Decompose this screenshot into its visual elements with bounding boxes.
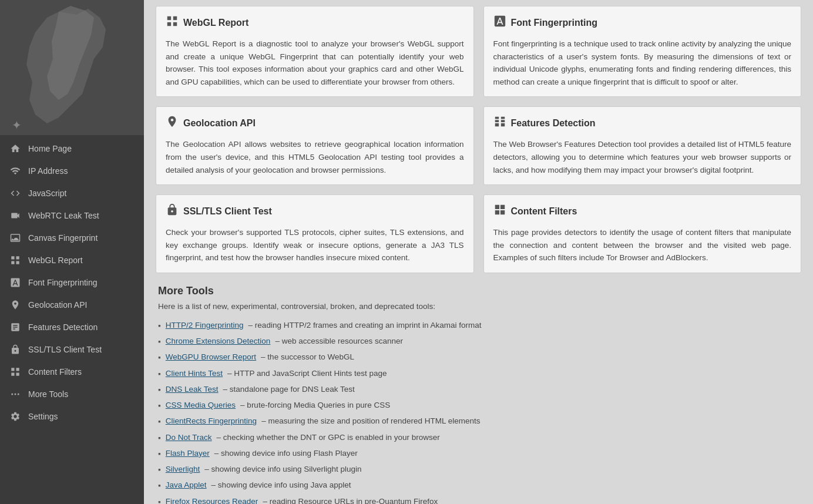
font-card-title: Font Fingerprinting [511, 18, 598, 28]
sidebar-item-settings[interactable]: Settings [0, 405, 144, 428]
lock-icon [9, 344, 21, 355]
more-tools-list-item: Firefox Resources Reader – reading Resou… [158, 494, 799, 504]
more-tools-item-desc: – the successor to WebGL [261, 351, 354, 363]
more-tools-list-item: CSS Media Queries – brute-forcing Media … [158, 398, 799, 414]
sidebar-item-canvas[interactable]: Canvas Fingerprint [0, 227, 144, 249]
sidebar-item-content-label: Content Filters [28, 367, 82, 377]
webgl-card: WebGL Report The WebGL Report is a diagn… [156, 6, 474, 97]
more-tools-link[interactable]: Java Applet [166, 479, 207, 491]
font-card-text: Font fingerprinting is a technique used … [493, 38, 792, 88]
more-tools-item-desc: – reading HTTP/2 frames and creating an … [248, 320, 482, 331]
sidebar-item-js[interactable]: JavaScript [0, 182, 144, 204]
sidebar-item-webrtc[interactable]: WebRTC Leak Test [0, 204, 144, 227]
sidebar-item-ssl-label: SSL/TLS Client Test [28, 345, 102, 354]
more-tools-section: More Tools Here is a list of new, experi… [156, 285, 801, 504]
code-icon [9, 187, 21, 199]
more-tools-desc: Here is a list of new, experimental, con… [158, 302, 799, 311]
sidebar-item-home-label: Home Page [28, 144, 72, 153]
ssl-card-header: SSL/TLS Client Test [166, 203, 464, 219]
more-tools-list-item: Client Hints Test – HTTP and JavaScript … [158, 366, 799, 382]
sidebar-item-webrtc-label: WebRTC Leak Test [28, 211, 99, 220]
more-tools-list-item: Do Not Track – checking whether the DNT … [158, 430, 799, 446]
webgl-card-icon [166, 15, 179, 31]
more-tools-item-desc: – showing device info using Flash Player [214, 448, 358, 459]
font-icon [9, 277, 21, 288]
sidebar-item-ip[interactable]: IP Address [0, 160, 144, 182]
main-content: WebGL Report The WebGL Report is a diagn… [144, 0, 813, 504]
more-tools-item-desc: – reading Resource URLs in pre-Quantum F… [263, 496, 438, 504]
sidebar-item-font[interactable]: Font Fingerprinting [0, 271, 144, 294]
sidebar-item-canvas-label: Canvas Fingerprint [28, 233, 98, 243]
sidebar-navigation: Home Page IP Address JavaScript WebRTC L… [0, 135, 144, 430]
sidebar-item-webgl[interactable]: WebGL Report [0, 249, 144, 271]
sidebar-item-geo-label: Geolocation API [28, 300, 87, 310]
more-tools-list-item: DNS Leak Test – standalone page for DNS … [158, 382, 799, 398]
sidebar-item-home[interactable]: Home Page [0, 137, 144, 160]
geo-card-text: The Geolocation API allows websites to r… [166, 138, 464, 176]
sidebar-item-settings-label: Settings [28, 412, 58, 421]
camera-icon [9, 210, 21, 221]
font-card: Font Fingerprinting Font fingerprinting … [483, 6, 802, 97]
more-tools-list-item: Silverlight – showing device info using … [158, 462, 799, 478]
more-tools-item-desc: – web accessible resources scanner [275, 335, 403, 347]
svg-point-6 [11, 394, 13, 395]
svg-point-8 [18, 394, 19, 395]
more-tools-item-desc: – measuring the size and position of ren… [261, 415, 480, 427]
svg-rect-4 [11, 261, 14, 264]
more-tools-link[interactable]: Silverlight [166, 463, 200, 475]
more-tools-link[interactable]: HTTP/2 Fingerprinting [166, 320, 244, 331]
sidebar-item-geolocation[interactable]: Geolocation API [0, 294, 144, 316]
grid-icon [9, 366, 21, 378]
more-tools-item-desc: – standalone page for DNS Leak Test [223, 384, 355, 395]
more-tools-item-desc: – HTTP and JavaScript Client Hints test … [227, 368, 387, 379]
sidebar-item-features-label: Features Detection [28, 322, 98, 332]
sidebar-item-js-label: JavaScript [28, 189, 66, 198]
svg-rect-11 [167, 22, 171, 26]
content-card-icon [493, 203, 506, 219]
content-card-text: This page provides detectors to identify… [493, 226, 792, 264]
more-tools-item-desc: – checking whether the DNT or GPC is ena… [217, 432, 440, 443]
more-tools-link[interactable]: Firefox Resources Reader [166, 496, 258, 504]
ssl-card-icon [166, 203, 179, 219]
more-tools-item-desc: – showing device info using Java applet [211, 479, 351, 491]
more-tools-item-desc: – showing device info using Silverlight … [204, 463, 361, 475]
cards-grid: WebGL Report The WebGL Report is a diagn… [156, 6, 801, 273]
more-tools-link[interactable]: Client Hints Test [166, 368, 223, 379]
sidebar-map: ✦ [0, 0, 144, 135]
more-tools-item-desc: – brute-forcing Media Queries in pure CS… [240, 399, 390, 411]
sidebar-item-content[interactable]: Content Filters [0, 361, 144, 383]
more-tools-list-item: HTTP/2 Fingerprinting – reading HTTP/2 f… [158, 318, 799, 334]
sidebar-item-ssl[interactable]: SSL/TLS Client Test [0, 338, 144, 361]
more-icon [9, 388, 21, 400]
svg-rect-5 [16, 261, 19, 264]
more-tools-link[interactable]: Do Not Track [166, 432, 212, 443]
more-tools-list-item: Flash Player – showing device info using… [158, 446, 799, 462]
features-icon [9, 321, 21, 333]
more-tools-link[interactable]: ClientRects Fingerprinting [166, 415, 257, 427]
content-card-header: Content Filters [493, 203, 792, 219]
svg-rect-10 [173, 16, 177, 20]
sidebar: ✦ Home Page IP Address JavaScript [0, 0, 144, 504]
more-tools-link[interactable]: Chrome Extensions Detection [166, 335, 271, 347]
more-tools-list: HTTP/2 Fingerprinting – reading HTTP/2 f… [158, 318, 799, 504]
svg-text:✦: ✦ [12, 119, 22, 132]
features-card-icon [493, 115, 506, 131]
sidebar-item-features[interactable]: Features Detection [0, 316, 144, 338]
features-card-title: Features Detection [511, 118, 596, 129]
more-tools-link[interactable]: DNS Leak Test [166, 384, 219, 395]
font-card-icon [493, 15, 506, 31]
features-card-text: The Web Browser's Features Detection too… [493, 138, 792, 176]
image-icon [9, 232, 21, 244]
webgl-card-header: WebGL Report [166, 15, 464, 31]
webgl-card-text: The WebGL Report is a diagnostic tool to… [166, 38, 464, 88]
content-card-title: Content Filters [511, 206, 577, 217]
more-tools-link[interactable]: WebGPU Browser Report [166, 351, 256, 363]
sidebar-item-more[interactable]: More Tools [0, 383, 144, 405]
geo-card-icon [166, 115, 179, 131]
more-tools-link[interactable]: CSS Media Queries [166, 399, 236, 411]
geo-card-title: Geolocation API [183, 118, 256, 129]
sidebar-item-font-label: Font Fingerprinting [28, 278, 98, 287]
location-icon [9, 299, 21, 311]
more-tools-link[interactable]: Flash Player [166, 448, 210, 459]
ssl-card-title: SSL/TLS Client Test [183, 206, 272, 217]
